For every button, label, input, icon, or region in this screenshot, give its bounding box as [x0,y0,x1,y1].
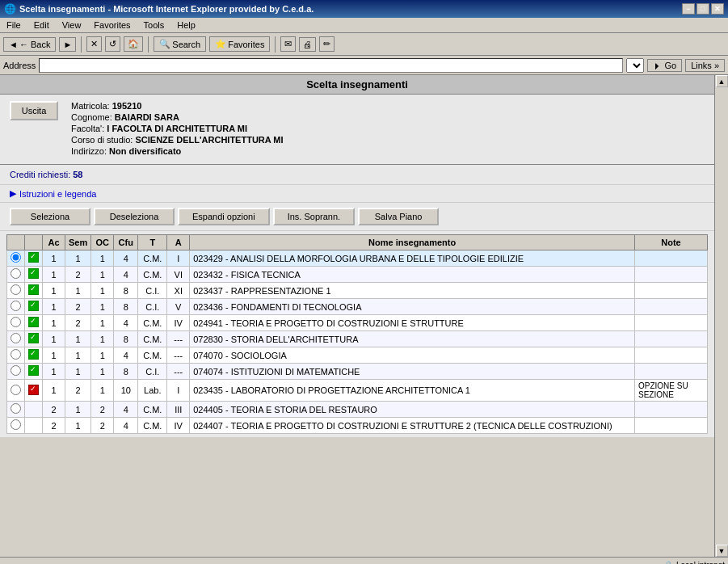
menu-view[interactable]: View [59,19,85,31]
exit-button[interactable]: Uscita [10,101,58,120]
table-row: 1214C.M.VI023432 - FISICA TECNICA [7,267,708,283]
back-button[interactable]: ◄ ← Back [3,37,56,52]
ins-soprann-button[interactable]: Ins. Soprann. [273,208,355,225]
radio-cell[interactable] [7,347,25,364]
favorites-button[interactable]: ⭐ Favorites [209,36,270,52]
col-header-radio [7,235,25,250]
col-header-ac: Ac [43,235,65,250]
table-row: 1114C.M.I023429 - ANALISI DELLA MORFOLOG… [7,250,708,267]
radio-cell[interactable] [7,315,25,331]
home-button[interactable]: 🏠 [124,36,143,52]
ac-cell: 2 [43,402,65,418]
instructions-link[interactable]: ▶ Istruzioni e legenda [10,188,705,199]
scrollbar[interactable]: ▲ ▼ [714,75,728,557]
oc-cell: 1 [91,315,114,331]
radio-cell[interactable] [7,283,25,299]
checkbox-cell[interactable] [25,347,43,364]
col-header-t: T [138,235,167,250]
checkbox-cell[interactable] [25,315,43,331]
checkbox-cell[interactable] [25,283,43,299]
ac-cell: 1 [43,347,65,364]
checkbox-cell[interactable] [25,250,43,267]
scroll-up[interactable]: ▲ [716,75,728,87]
go-button[interactable]: ⏵ Go [647,59,682,72]
seleziona-button[interactable]: Seleziona [10,208,90,225]
deseleziona-button[interactable]: Deseleziona [94,208,175,225]
address-label: Address [3,61,36,70]
separator-3 [275,36,276,53]
forward-button[interactable]: ► [59,37,76,52]
ac-cell: 1 [43,250,65,267]
close-button[interactable]: ✕ [711,3,724,15]
t-cell: C.M. [138,250,167,267]
radio-cell[interactable] [7,250,25,267]
menu-favorites[interactable]: Favorites [90,19,133,31]
course-name-cell: 024407 - TEORIA E PROGETTO DI COSTRUZION… [190,418,635,434]
stop-button[interactable]: ✕ [86,36,102,52]
menu-file[interactable]: File [3,19,24,31]
menu-help[interactable]: Help [174,19,199,31]
favorites-icon: ⭐ [215,39,226,49]
checkbox-cell[interactable] [25,418,43,434]
radio-cell[interactable] [7,267,25,283]
col-header-oc: OC [91,235,114,250]
search-button[interactable]: 🔍 Search [154,36,206,52]
note-cell [635,331,708,347]
green-check-icon [28,333,39,343]
instructions-section: ▶ Istruzioni e legenda [0,185,714,203]
cfu-cell: 8 [114,331,138,347]
espandi-button[interactable]: Espandi opzioni [178,208,270,225]
radio-cell[interactable] [7,402,25,418]
checkbox-cell[interactable] [25,331,43,347]
col-header-check [25,235,43,250]
radio-cell[interactable] [7,418,25,434]
note-cell [635,299,708,315]
green-check-icon [28,301,39,311]
title-bar: 🌐 Scelta insegnamenti - Microsoft Intern… [0,0,728,18]
menu-edit[interactable]: Edit [31,19,53,31]
cfu-cell: 4 [114,418,138,434]
back-icon: ◄ [9,40,18,49]
minimize-button[interactable]: − [682,3,695,15]
course-name-cell: 023435 - LABORATORIO DI PROGETTAZIONE AR… [190,380,635,402]
scroll-down[interactable]: ▼ [716,545,728,557]
maximize-button[interactable]: □ [696,3,709,15]
refresh-button[interactable]: ↺ [105,36,120,52]
salva-piano-button[interactable]: Salva Piano [358,208,439,225]
instructions-icon: ▶ [10,188,16,199]
t-cell: Lab. [138,380,167,402]
cfu-cell: 4 [114,347,138,364]
radio-cell[interactable] [7,364,25,380]
course-name-cell: 024405 - TEORIA E STORIA DEL RESTAURO [190,402,635,418]
cfu-cell: 4 [114,402,138,418]
mail-button[interactable]: ✉ [280,36,296,52]
address-dropdown[interactable] [626,58,644,73]
menu-tools[interactable]: Tools [141,19,168,31]
a-cell: --- [167,331,190,347]
print-button[interactable]: 🖨 [299,37,316,52]
edit-button[interactable]: ✏ [319,36,335,52]
links-button[interactable]: Links » [685,59,725,72]
col-header-cfu: Cfu [114,235,138,250]
content-panel: Scelta insegnamenti Uscita Matricola: 19… [0,75,714,557]
radio-cell[interactable] [7,299,25,315]
checkbox-cell[interactable] [25,402,43,418]
note-cell [635,418,708,434]
checkbox-cell[interactable] [25,380,43,402]
course-name-cell: 023432 - FISICA TECNICA [190,267,635,283]
ac-cell: 1 [43,283,65,299]
radio-cell[interactable] [7,380,25,402]
address-input[interactable] [39,58,623,73]
oc-cell: 1 [91,283,114,299]
checkbox-cell[interactable] [25,267,43,283]
course-name-cell: 023437 - RAPPRESENTAZIONE 1 [190,283,635,299]
radio-cell[interactable] [7,331,25,347]
a-cell: I [167,250,190,267]
t-cell: C.M. [138,331,167,347]
checkbox-cell[interactable] [25,299,43,315]
note-cell [635,347,708,364]
checkbox-cell[interactable] [25,364,43,380]
separator-1 [81,36,82,53]
sem-cell: 2 [65,267,91,283]
cfu-cell: 4 [114,250,138,267]
